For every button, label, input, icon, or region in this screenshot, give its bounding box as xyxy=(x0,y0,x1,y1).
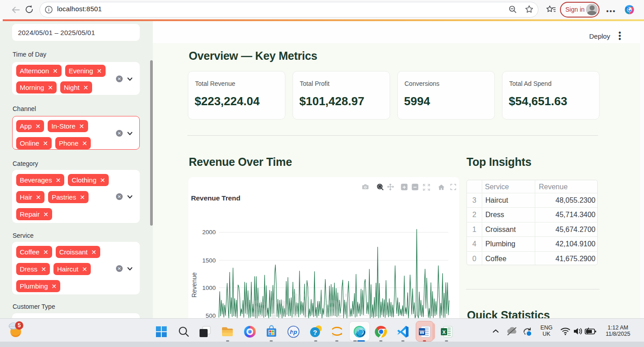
svg-text:W: W xyxy=(420,329,425,335)
svg-text:?: ? xyxy=(313,329,317,336)
svg-text:5: 5 xyxy=(18,322,21,329)
svg-text:X: X xyxy=(442,329,446,335)
